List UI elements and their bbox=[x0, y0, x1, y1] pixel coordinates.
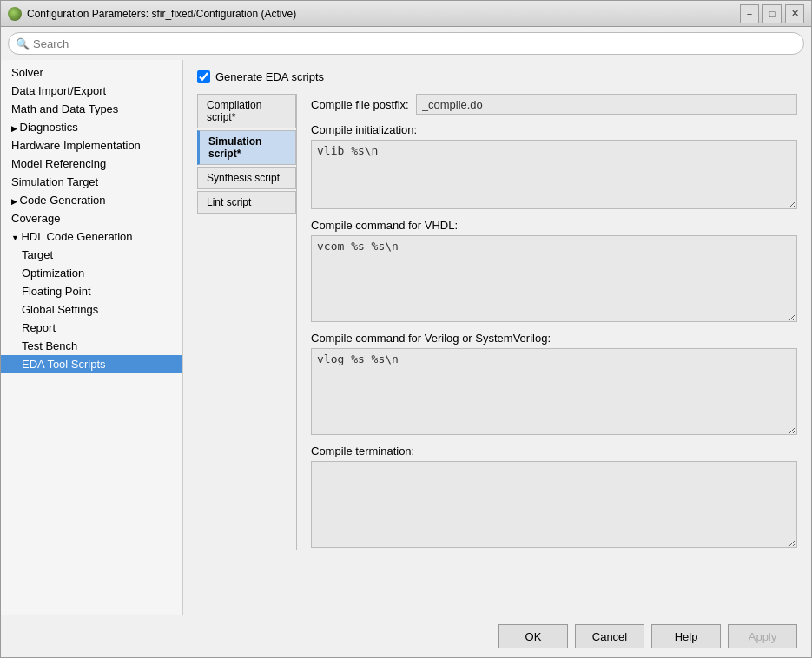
sidebar-item-solver[interactable]: Solver bbox=[1, 63, 182, 82]
sidebar-item-hardware-implementation[interactable]: Hardware Implementation bbox=[1, 136, 182, 155]
ok-button[interactable]: OK bbox=[498, 624, 568, 648]
sidebar-item-test-bench[interactable]: Test Bench bbox=[1, 337, 182, 355]
search-input[interactable] bbox=[8, 32, 804, 55]
compile-init-textarea[interactable] bbox=[311, 140, 797, 209]
sidebar-item-report[interactable]: Report bbox=[1, 319, 182, 337]
compile-postfix-row: Compile file postfix: bbox=[311, 94, 797, 115]
close-button[interactable]: ✕ bbox=[785, 4, 804, 23]
sidebar-item-diagnostics[interactable]: Diagnostics bbox=[1, 118, 182, 136]
compile-verilog-label: Compile command for Verilog or SystemVer… bbox=[311, 332, 797, 345]
compile-vhdl-label: Compile command for VHDL: bbox=[311, 219, 797, 232]
main-window: Configuration Parameters: sfir_fixed/Con… bbox=[0, 0, 812, 658]
sidebar-item-global-settings[interactable]: Global Settings bbox=[1, 300, 182, 319]
help-button[interactable]: Help bbox=[651, 624, 721, 648]
sidebar-item-simulation-target[interactable]: Simulation Target bbox=[1, 173, 182, 191]
compile-verilog-textarea[interactable] bbox=[311, 348, 797, 435]
sidebar-item-optimization[interactable]: Optimization bbox=[1, 264, 182, 282]
compile-termination-label: Compile termination: bbox=[311, 444, 797, 457]
app-icon bbox=[8, 7, 22, 21]
compile-init-label: Compile initialization: bbox=[311, 123, 797, 136]
sidebar-item-hdl-code-generation[interactable]: HDL Code Generation bbox=[1, 227, 182, 246]
sidebar-item-model-referencing[interactable]: Model Referencing bbox=[1, 155, 182, 173]
main-content: Solver Data Import/Export Math and Data … bbox=[1, 60, 811, 615]
compile-postfix-label: Compile file postfix: bbox=[311, 98, 409, 111]
apply-button[interactable]: Apply bbox=[728, 624, 797, 648]
sidebar-item-data-import-export[interactable]: Data Import/Export bbox=[1, 82, 182, 100]
sidebar-item-coverage[interactable]: Coverage bbox=[1, 209, 182, 227]
compile-termination-textarea[interactable] bbox=[311, 461, 797, 548]
tab-simulation[interactable]: Simulation script* bbox=[197, 130, 296, 165]
sidebar-item-target[interactable]: Target bbox=[1, 246, 182, 264]
search-wrapper: 🔍 bbox=[8, 32, 804, 55]
tab-synthesis[interactable]: Synthesis script bbox=[197, 167, 296, 189]
sub-panel: Compilation script* Simulation script* S… bbox=[197, 94, 797, 550]
maximize-button[interactable]: □ bbox=[762, 4, 782, 23]
tab-lint[interactable]: Lint script bbox=[197, 191, 296, 214]
cancel-button[interactable]: Cancel bbox=[575, 624, 644, 648]
sidebar: Solver Data Import/Export Math and Data … bbox=[1, 60, 183, 615]
sidebar-item-eda-tool-scripts[interactable]: EDA Tool Scripts bbox=[1, 355, 182, 373]
script-tabs: Compilation script* Simulation script* S… bbox=[197, 94, 297, 550]
tab-compilation[interactable]: Compilation script* bbox=[197, 94, 296, 128]
title-bar-buttons: − □ ✕ bbox=[740, 4, 804, 23]
sidebar-item-floating-point[interactable]: Floating Point bbox=[1, 282, 182, 300]
compile-postfix-input[interactable] bbox=[416, 94, 797, 115]
footer: OK Cancel Help Apply bbox=[1, 615, 811, 657]
minimize-button[interactable]: − bbox=[740, 4, 759, 23]
search-bar: 🔍 bbox=[1, 27, 811, 60]
generate-eda-checkbox[interactable] bbox=[197, 70, 210, 83]
window-title: Configuration Parameters: sfir_fixed/Con… bbox=[27, 8, 740, 20]
generate-eda-label: Generate EDA scripts bbox=[215, 70, 324, 83]
compile-vhdl-textarea[interactable] bbox=[311, 235, 797, 322]
generate-eda-row: Generate EDA scripts bbox=[197, 70, 797, 83]
sidebar-item-code-generation[interactable]: Code Generation bbox=[1, 191, 182, 209]
content-area: Generate EDA scripts Compilation script*… bbox=[183, 60, 811, 615]
title-bar: Configuration Parameters: sfir_fixed/Con… bbox=[1, 1, 811, 27]
sidebar-item-math-data-types[interactable]: Math and Data Types bbox=[1, 100, 182, 118]
script-form: Compile file postfix: Compile initializa… bbox=[297, 94, 797, 550]
